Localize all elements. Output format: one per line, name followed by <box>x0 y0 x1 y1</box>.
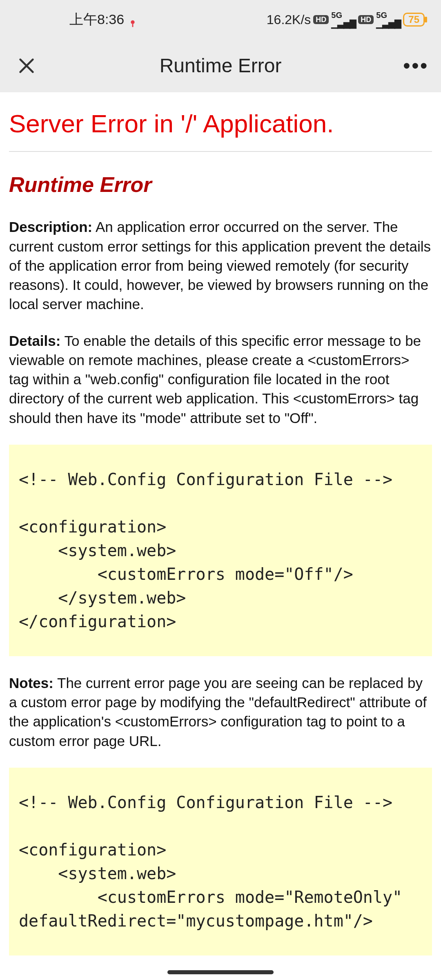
code-block-1: <!-- Web.Config Configuration File --> <… <box>9 445 432 656</box>
more-button[interactable]: ••• <box>400 54 429 77</box>
notes-paragraph: Notes: The current error page you are se… <box>9 673 432 751</box>
close-icon <box>17 56 36 75</box>
notes-text: The current error page you are seeing ca… <box>9 675 427 749</box>
more-dots-icon: ••• <box>403 55 429 76</box>
status-left: 上午8:36 <box>69 10 137 29</box>
hd-badge-1-icon: HD <box>313 15 329 24</box>
content-area[interactable]: Server Error in '/' Application. Runtime… <box>0 92 441 980</box>
description-label: Description: <box>9 219 92 235</box>
clock-text: 上午8:36 <box>69 10 124 29</box>
details-paragraph: Details: To enable the details of this s… <box>9 331 432 428</box>
signal-bars-2-icon: ▁▃▅▇ <box>376 19 401 28</box>
signal-1-label: 5G <box>331 11 342 19</box>
code-block-2: <!-- Web.Config Configuration File --> <… <box>9 768 432 956</box>
signal-2-label: 5G <box>376 11 387 19</box>
page-title: Runtime Error <box>41 54 400 77</box>
signal-1-icon: 5G ▁▃▅▇ <box>331 11 356 28</box>
location-pin-icon <box>128 15 137 24</box>
notes-label: Notes: <box>9 675 53 691</box>
home-indicator[interactable] <box>167 970 274 974</box>
svg-point-0 <box>131 20 135 24</box>
server-error-heading: Server Error in '/' Application. <box>9 109 432 139</box>
details-text: To enable the details of this specific e… <box>9 333 421 426</box>
close-button[interactable] <box>12 56 41 75</box>
status-right: 16.2K/s HD 5G ▁▃▅▇ HD 5G ▁▃▅▇ 75 <box>267 11 425 28</box>
runtime-error-heading: Runtime Error <box>9 172 432 197</box>
battery-icon: 75 <box>403 13 425 27</box>
hd-badge-2-icon: HD <box>358 15 374 24</box>
signal-2-icon: 5G ▁▃▅▇ <box>376 11 401 28</box>
title-bar: Runtime Error ••• <box>0 39 441 92</box>
status-bar: 上午8:36 16.2K/s HD 5G ▁▃▅▇ HD 5G ▁▃▅▇ 75 <box>0 0 441 39</box>
signal-bars-icon: ▁▃▅▇ <box>331 19 356 28</box>
details-label: Details: <box>9 333 60 349</box>
description-paragraph: Description: An application error occurr… <box>9 217 432 314</box>
divider <box>9 151 432 152</box>
network-speed: 16.2K/s <box>267 12 311 27</box>
